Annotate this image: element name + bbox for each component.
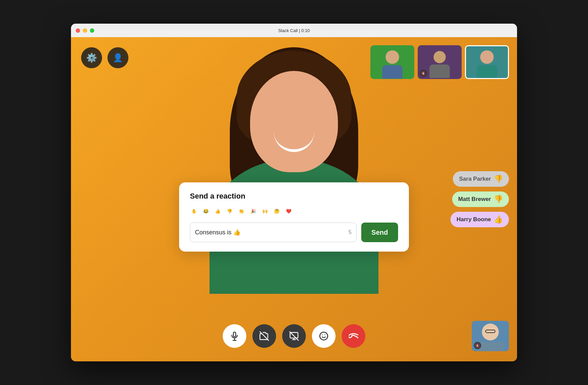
svg-line-3 [260,332,269,340]
bottom-thumb-video: 🔇 [472,321,509,351]
window-title: Slack Call | 0:10 [278,28,310,33]
screen-share-button[interactable] [282,324,306,348]
participants-strip: 🔇 [370,45,509,79]
bottom-participant-face [482,324,499,340]
participant-1-body [382,65,402,79]
participant-2-body [430,65,450,78]
bottom-right-participant[interactable]: 🔇 [472,321,509,351]
char-count: 5 [348,229,351,235]
maximize-button[interactable] [90,28,94,33]
smile [274,132,314,152]
face [250,71,338,172]
video-off-button[interactable] [252,324,276,348]
emoji-laugh[interactable]: 😂 [202,207,210,215]
titlebar: Slack Call | 0:10 [71,24,517,37]
close-button[interactable] [76,28,80,33]
emoji-button[interactable] [312,324,336,348]
reaction-input-row: 5 Send [190,223,398,242]
end-call-button[interactable] [342,324,365,348]
bottom-mute-icon: 🔇 [474,342,481,349]
participant-3-face [480,50,494,64]
participant-1-face [386,50,399,64]
titlebar-controls [76,28,94,33]
right-sidebar-reactions: Sara Parker 👎 Matt Brewer 👎 Harry Boone … [450,171,509,227]
participant-2-person [428,47,451,77]
participant-3-person [475,47,499,77]
harry-emoji: 👍 [494,215,503,224]
mute-icon: 🔇 [420,70,427,77]
participant-thumb-3[interactable] [465,45,509,79]
sara-name: Sara Parker [459,176,491,182]
sara-emoji: 👎 [494,175,503,183]
top-left-controls: ⚙️ 👤 [81,47,128,68]
emoji-think[interactable]: 🤔 [273,207,281,215]
glasses-icon [485,330,495,333]
matt-name: Matt Brewer [458,196,491,203]
emoji-party[interactable]: 🎉 [249,207,258,215]
emoji-clap[interactable]: 👏 [237,207,246,215]
app-window: Slack Call | 0:10 ⚙️ 👤 [71,24,517,361]
matt-emoji: 👎 [494,195,503,204]
reaction-panel: Send a reaction ✋ 😂 👍 👎 👏 🎉 🙌 🤔 ❤️ 5 Sen… [179,182,409,252]
emoji-heart[interactable]: ❤️ [285,207,293,215]
emoji-thumbsup[interactable]: 👍 [214,207,222,215]
add-person-button[interactable]: 👤 [107,47,128,68]
send-button[interactable]: Send [361,223,398,242]
reaction-text-input[interactable] [195,229,346,236]
participant-1-person [381,47,404,77]
emoji-row: ✋ 😂 👍 👎 👏 🎉 🙌 🤔 ❤️ [190,207,398,215]
minimize-button[interactable] [83,28,87,33]
settings-button[interactable]: ⚙️ [81,47,102,68]
emoji-wave[interactable]: 🙌 [261,207,269,215]
reaction-panel-title: Send a reaction [190,192,398,201]
participant-thumb-2[interactable]: 🔇 [418,45,462,79]
svg-point-8 [320,332,327,340]
main-video-area: ⚙️ 👤 [71,37,517,361]
reaction-input-wrapper: 5 [190,223,357,242]
emoji-hand[interactable]: ✋ [190,207,198,215]
reaction-chip-harry[interactable]: Harry Boone 👍 [450,212,509,227]
reaction-chip-matt[interactable]: Matt Brewer 👎 [452,191,509,207]
participant-3-body [477,65,497,79]
mic-button[interactable] [223,324,246,348]
participant-thumb-1[interactable] [370,45,414,79]
bottom-controls [223,324,365,348]
participant-2-face [434,51,446,63]
harry-name: Harry Boone [457,216,491,223]
reaction-chip-sara[interactable]: Sara Parker 👎 [453,171,509,187]
emoji-thumbsdown[interactable]: 👎 [225,207,234,215]
svg-rect-0 [234,332,236,337]
